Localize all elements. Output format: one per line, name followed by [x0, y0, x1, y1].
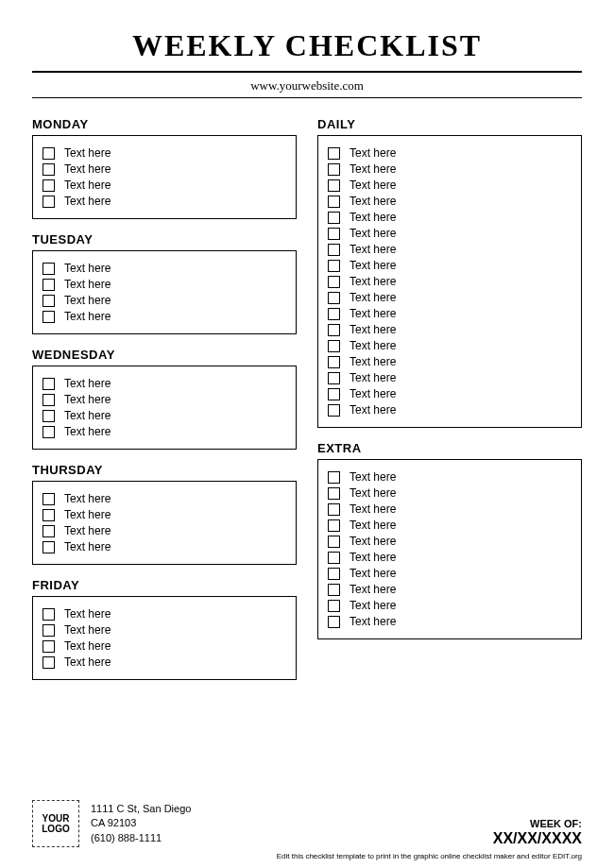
checklist-section: MONDAYText hereText hereText hereText he… — [32, 117, 297, 219]
checkbox[interactable] — [43, 394, 55, 406]
checkbox[interactable] — [328, 292, 340, 304]
checkbox[interactable] — [43, 147, 55, 160]
page-title: WEEKLY CHECKLIST — [32, 28, 582, 63]
checkbox[interactable] — [328, 228, 340, 240]
checkbox[interactable] — [328, 212, 340, 224]
checklist-item-text: Text here — [350, 179, 396, 192]
checklist-item-text: Text here — [350, 307, 396, 320]
checklist-item: Text here — [43, 639, 286, 653]
checkbox[interactable] — [328, 340, 340, 352]
checkbox[interactable] — [328, 503, 340, 516]
logo-text-line2: LOGO — [42, 824, 69, 834]
checkbox[interactable] — [43, 378, 55, 390]
checkbox[interactable] — [43, 163, 55, 176]
checklist-item: Text here — [328, 307, 571, 320]
checklist-item-text: Text here — [64, 492, 111, 505]
checkbox[interactable] — [328, 147, 340, 160]
checklist-item-text: Text here — [64, 425, 111, 438]
checklist-item-text: Text here — [64, 278, 111, 291]
checklist-item: Text here — [328, 162, 571, 176]
checklist-item-text: Text here — [64, 162, 111, 176]
checklist-item: Text here — [43, 492, 286, 505]
checklist-item: Text here — [43, 179, 286, 192]
checklist-item: Text here — [328, 323, 571, 336]
checkbox[interactable] — [328, 568, 340, 580]
checklist-item-text: Text here — [350, 195, 396, 208]
section-title: WEDNESDAY — [32, 348, 297, 362]
logo-text-line1: YOUR — [43, 813, 70, 824]
address-line2: CA 92103 — [91, 816, 191, 830]
checkbox[interactable] — [328, 179, 340, 192]
checkbox[interactable] — [328, 388, 340, 400]
checklist-section: TUESDAYText hereText hereText hereText h… — [32, 232, 297, 334]
checklist-item: Text here — [328, 339, 571, 352]
checkbox[interactable] — [43, 410, 55, 422]
checkbox[interactable] — [328, 616, 340, 628]
checklist-item-text: Text here — [64, 294, 111, 307]
checklist-item: Text here — [328, 243, 571, 256]
checklist-item-text: Text here — [350, 615, 396, 628]
checklist-item: Text here — [43, 294, 286, 307]
week-of-value: XX/XX/XXXX — [493, 830, 582, 847]
checklist-section: THURSDAYText hereText hereText hereText … — [32, 463, 297, 565]
checklist-item: Text here — [328, 535, 571, 548]
checkbox[interactable] — [328, 308, 340, 320]
checkbox[interactable] — [43, 263, 55, 275]
checkbox[interactable] — [43, 311, 55, 323]
checkbox[interactable] — [328, 471, 340, 484]
checklist-item: Text here — [43, 162, 286, 176]
checklist-item: Text here — [43, 524, 286, 537]
checklist-item: Text here — [328, 387, 571, 400]
checkbox[interactable] — [43, 541, 55, 553]
checklist-item-text: Text here — [350, 519, 396, 532]
checklist-item: Text here — [43, 623, 286, 637]
checkbox[interactable] — [328, 519, 340, 532]
checklist-item: Text here — [43, 377, 286, 390]
checklist-item: Text here — [328, 146, 571, 160]
checkbox[interactable] — [43, 624, 55, 637]
checkbox[interactable] — [43, 279, 55, 291]
checkbox[interactable] — [43, 196, 55, 208]
checkbox[interactable] — [43, 295, 55, 307]
checklist-item-text: Text here — [350, 535, 396, 548]
checklist-item: Text here — [328, 502, 571, 516]
checkbox[interactable] — [328, 487, 340, 500]
checkbox[interactable] — [328, 536, 340, 548]
checkbox[interactable] — [328, 356, 340, 368]
checkbox[interactable] — [43, 179, 55, 192]
checkbox[interactable] — [328, 260, 340, 272]
checkbox[interactable] — [328, 584, 340, 596]
checklist-item: Text here — [328, 567, 571, 580]
checkbox[interactable] — [43, 656, 55, 669]
checklist-item: Text here — [43, 425, 286, 438]
checklist-item: Text here — [328, 403, 571, 417]
checkbox[interactable] — [328, 324, 340, 336]
checklist-item: Text here — [328, 486, 571, 500]
checkbox[interactable] — [328, 163, 340, 176]
checklist-item-text: Text here — [64, 262, 111, 275]
checklist-item-text: Text here — [64, 146, 111, 160]
checkbox[interactable] — [43, 640, 55, 653]
checklist-box: Text hereText hereText hereText here — [32, 250, 297, 334]
checkbox[interactable] — [328, 276, 340, 288]
checkbox[interactable] — [328, 372, 340, 384]
checklist-item-text: Text here — [350, 387, 396, 400]
checkbox[interactable] — [43, 525, 55, 537]
checkbox[interactable] — [43, 493, 55, 505]
checkbox[interactable] — [43, 608, 55, 621]
checkbox[interactable] — [328, 552, 340, 564]
checklist-item-text: Text here — [350, 486, 396, 500]
checkbox[interactable] — [328, 404, 340, 417]
checkbox[interactable] — [43, 509, 55, 521]
checklist-item-text: Text here — [64, 524, 111, 537]
checkbox[interactable] — [328, 600, 340, 612]
checkbox[interactable] — [328, 196, 340, 208]
right-column: DAILYText hereText hereText hereText her… — [317, 117, 582, 693]
checkbox[interactable] — [43, 426, 55, 438]
checklist-section: WEDNESDAYText hereText hereText hereText… — [32, 348, 297, 450]
checklist-item-text: Text here — [350, 583, 396, 596]
section-title: EXTRA — [317, 441, 582, 455]
checkbox[interactable] — [328, 244, 340, 256]
checklist-item: Text here — [328, 227, 571, 240]
checklist-item: Text here — [43, 146, 286, 160]
